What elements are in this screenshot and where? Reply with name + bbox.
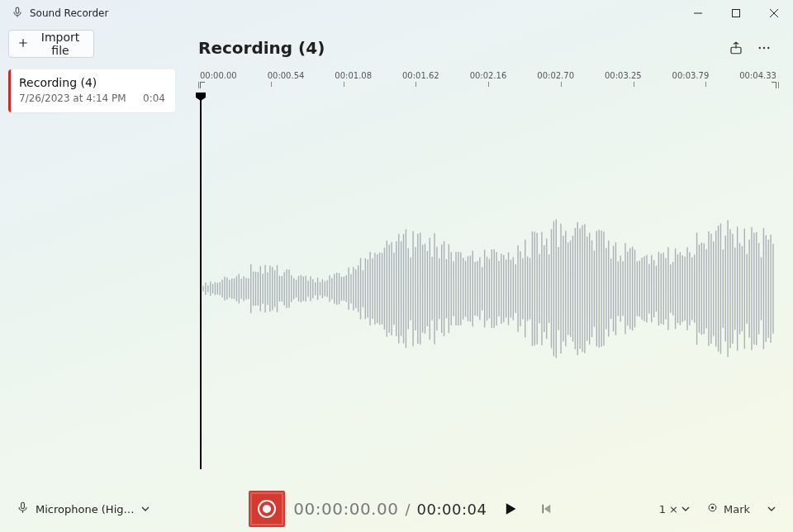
- ruler-label: 00:03.79: [672, 71, 710, 80]
- input-device-label: Microphone (High De…: [36, 503, 135, 515]
- ruler-label: 00:00.54: [268, 71, 305, 80]
- sidebar: Import file Recording (4) 7/26/2023 at 4…: [0, 26, 183, 486]
- svg-point-4: [763, 47, 765, 49]
- record-button[interactable]: [249, 491, 285, 527]
- time-separator: /: [405, 501, 410, 518]
- ruler-tick: [415, 82, 416, 87]
- microphone-icon: [17, 501, 29, 516]
- maximize-button[interactable]: [717, 0, 755, 26]
- ruler-label: 00:01.08: [335, 71, 372, 80]
- waveform: [198, 99, 778, 463]
- playback-speed-label: 1 ×: [659, 503, 678, 515]
- minimize-button[interactable]: [679, 0, 717, 26]
- play-button[interactable]: [495, 494, 525, 524]
- ruler-label: 00:01.62: [402, 71, 439, 80]
- svg-rect-246: [21, 502, 25, 509]
- ruler-tick: [778, 82, 779, 88]
- chevron-down-icon: [141, 503, 150, 515]
- ruler-label: 00:04.33: [739, 71, 776, 80]
- more-button[interactable]: [750, 34, 778, 62]
- ruler-tick: [344, 82, 344, 87]
- ruler-label: 00:02.70: [537, 71, 574, 80]
- recording-list-item[interactable]: Recording (4) 7/26/2023 at 4:14 PM 0:04: [8, 69, 175, 112]
- mark-button[interactable]: Mark: [700, 498, 757, 520]
- chevron-down-icon: [681, 503, 690, 515]
- ruler-tick: [271, 82, 272, 87]
- page-title: Recording (4): [198, 38, 325, 58]
- time-ruler[interactable]: 00:00.0000:00.5400:01.0800:01.6200:02.16…: [198, 71, 778, 99]
- titlebar-left: Sound Recorder: [12, 6, 108, 21]
- time-display: 00:00:00.00 / 00:00:04: [293, 499, 487, 519]
- svg-point-3: [759, 47, 761, 49]
- mark-label: Mark: [724, 503, 750, 515]
- ruler-ticks: [198, 82, 778, 93]
- close-button[interactable]: [755, 0, 793, 26]
- titlebar: Sound Recorder: [0, 0, 793, 26]
- time-current: 00:00:00.00: [293, 499, 398, 519]
- ruler-label: 00:00.00: [200, 71, 237, 80]
- import-file-label: Import file: [36, 31, 85, 57]
- waveform-area[interactable]: [198, 99, 778, 486]
- import-file-button[interactable]: Import file: [8, 30, 94, 58]
- ruler-start-bracket: [200, 82, 205, 88]
- svg-rect-0: [16, 7, 19, 13]
- skip-back-button[interactable]: [533, 496, 559, 522]
- app-body: Import file Recording (4) 7/26/2023 at 4…: [0, 26, 793, 486]
- marker-icon: [706, 501, 719, 516]
- ruler-labels: 00:00.0000:00.5400:01.0800:01.6200:02.16…: [198, 71, 778, 80]
- main-header: Recording (4): [198, 31, 778, 64]
- playback-speed-button[interactable]: 1 ×: [654, 500, 695, 519]
- app-title: Sound Recorder: [30, 7, 108, 19]
- transport-bar: Microphone (High De… 00:00:00.00 / 00:00…: [0, 486, 793, 532]
- share-button[interactable]: [722, 34, 750, 62]
- ruler-tick: [634, 82, 634, 87]
- ruler-tick: [705, 82, 706, 87]
- plus-icon: [17, 37, 29, 51]
- ruler-tick: [198, 82, 199, 88]
- transport-right-cluster: 1 × Mark: [654, 496, 781, 522]
- ruler-label: 00:03.25: [605, 71, 642, 80]
- recording-item-duration: 0:04: [143, 93, 165, 104]
- svg-rect-1: [733, 10, 740, 17]
- time-total: 00:00:04: [417, 501, 487, 518]
- app-icon: [12, 6, 23, 21]
- ruler-end-bracket: [772, 82, 776, 88]
- recording-item-title: Recording (4): [19, 76, 165, 89]
- record-icon: [258, 500, 276, 518]
- ruler-label: 00:02.16: [470, 71, 507, 80]
- ruler-tick: [561, 82, 562, 87]
- svg-point-248: [711, 506, 714, 509]
- ruler-tick: [488, 82, 489, 87]
- recording-item-subtitle: 7/26/2023 at 4:14 PM: [19, 93, 126, 104]
- main-pane: Recording (4) 00:00.0000:00.5400:01.0800…: [183, 26, 793, 486]
- mark-dropdown-button[interactable]: [762, 496, 781, 522]
- input-device-select[interactable]: Microphone (High De…: [12, 498, 154, 520]
- svg-point-5: [767, 47, 769, 49]
